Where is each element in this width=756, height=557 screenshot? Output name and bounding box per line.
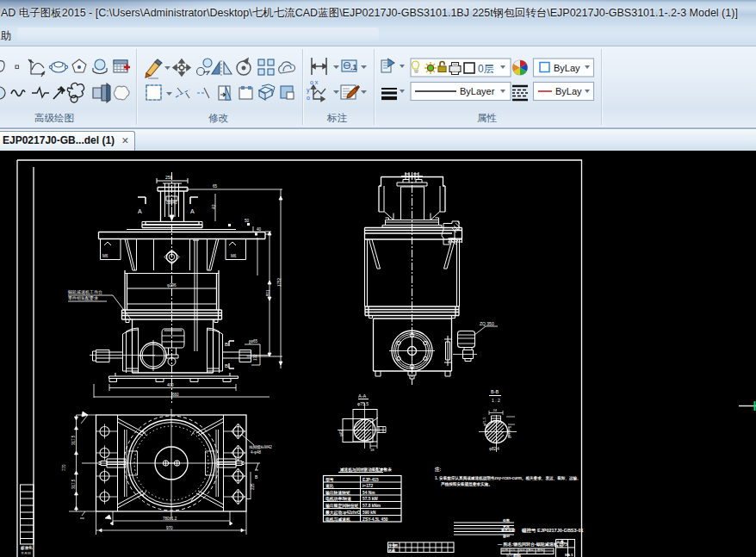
svg-text:400: 400 — [167, 383, 174, 387]
svg-text:317.5: 317.5 — [71, 479, 76, 489]
svg-text:最大起动:φ42zhrO: 最大起动:φ42zhrO — [325, 510, 361, 516]
svg-text:50: 50 — [245, 219, 250, 223]
svg-text:1. 安装前应认真阅读减速机说明书zsy-rcxn-curm: 1. 安装前应认真阅读减速机说明书zsy-rcxn-curm。相关要求、发运、装… — [435, 475, 578, 481]
svg-text:签名日期: 签名日期 — [500, 528, 515, 533]
svg-text:.1: .1 — [350, 63, 357, 71]
svg-text:M6: M6 — [231, 254, 237, 258]
svg-text:ByLay: ByLay — [554, 63, 580, 73]
svg-text:φ62: φ62 — [339, 430, 344, 436]
svg-text:A-A: A-A — [358, 393, 367, 399]
svg-text:132: 132 — [253, 354, 257, 361]
svg-text:处数: 处数 — [502, 518, 511, 523]
svg-text:B: B — [255, 474, 258, 480]
svg-text:o x: o x — [310, 79, 319, 85]
svg-text:φ296: φ296 — [167, 283, 177, 288]
svg-text:输出转速转矩: 输出转速转矩 — [325, 490, 350, 496]
svg-text:660: 660 — [172, 393, 179, 397]
svg-text:M6: M6 — [102, 254, 108, 258]
svg-text:比例: 比例 — [502, 548, 509, 552]
svg-text:57.8 kNm: 57.8 kNm — [363, 504, 381, 508]
svg-text:24: 24 — [493, 408, 498, 412]
svg-text:780±1.2: 780±1.2 — [163, 517, 177, 521]
svg-text:65: 65 — [213, 184, 218, 189]
svg-text:y: y — [307, 87, 310, 94]
svg-text:φ82.4: φ82.4 — [489, 447, 499, 451]
svg-text:o: o — [307, 95, 310, 101]
svg-text:标准化: 标准化 — [20, 545, 33, 551]
svg-text:ByLay: ByLay — [555, 86, 582, 96]
svg-text:φ65: φ65 — [251, 339, 257, 343]
svg-text:B: B — [225, 363, 228, 368]
svg-text:减速机与回转驱动装配参数表: 减速机与回转驱动装配参数表 — [340, 467, 392, 473]
svg-text:1:5: 1:5 — [557, 544, 563, 548]
svg-text:cdφ40: cdφ40 — [166, 201, 177, 205]
svg-text:型号: 型号 — [325, 477, 334, 483]
svg-text:801: 801 — [266, 289, 270, 296]
svg-text:EJP-415: EJP-415 — [363, 478, 379, 482]
svg-text:0层: 0层 — [478, 63, 494, 75]
svg-text:ByLayer: ByLayer — [460, 86, 495, 96]
svg-text:速比: 速比 — [325, 483, 334, 488]
svg-text:1:5: 1:5 — [511, 548, 515, 552]
svg-text:标记: 标记 — [502, 534, 510, 539]
svg-text:1 : 2: 1 : 2 — [492, 398, 500, 403]
svg-text:MA 5: MA 5 — [565, 553, 573, 557]
svg-text:地脚螺栓M42: 地脚螺栓M42 — [248, 444, 272, 449]
svg-text:i=172: i=172 — [363, 484, 373, 488]
svg-text:磁控号 EJP0217J0-GBS3-01: 磁控号 EJP0217J0-GBS3-01 — [521, 528, 584, 534]
svg-text:590 kN: 590 kN — [363, 511, 376, 515]
svg-text:57.5: 57.5 — [507, 429, 511, 436]
svg-text:970: 970 — [166, 526, 173, 530]
svg-text:共张: 共张 — [519, 548, 526, 552]
svg-text:A: A — [138, 208, 142, 214]
svg-text:年月日: 年月日 — [21, 551, 31, 555]
svg-text:输出额定回转扭矩: 输出额定回转扭矩 — [325, 503, 359, 509]
svg-text:B: B — [225, 342, 228, 347]
svg-text:18: 18 — [370, 448, 375, 452]
svg-text:φ71.5: φ71.5 — [482, 417, 486, 426]
svg-text:ZSY-4.5L 450: ZSY-4.5L 450 — [363, 517, 388, 522]
svg-text:电机功率/转速: 电机功率/转速 — [325, 496, 351, 502]
svg-text:注:: 注: — [434, 467, 442, 472]
svg-text:770: 770 — [62, 464, 66, 471]
svg-text:ZQ 350: ZQ 350 — [480, 321, 494, 326]
svg-text:4500: 4500 — [513, 554, 522, 557]
svg-text:40: 40 — [257, 227, 262, 232]
svg-text:1752: 1752 — [277, 277, 282, 287]
svg-text:A: A — [190, 208, 195, 214]
svg-text:电机与减速机: 电机与减速机 — [325, 517, 350, 523]
svg-text:4-φ48: 4-φ48 — [251, 450, 261, 455]
svg-text:258: 258 — [165, 175, 173, 180]
svg-text:第张: 第张 — [528, 548, 535, 552]
svg-text:φ75.5: φ75.5 — [357, 401, 369, 406]
svg-text:B-B: B-B — [491, 389, 499, 394]
svg-text:57.5 kW: 57.5 kW — [363, 497, 378, 501]
svg-text:蜗轮减速机工作台: 蜗轮减速机工作台 — [68, 289, 102, 295]
svg-text:零件组装配要求: 零件组装配要求 — [68, 295, 98, 301]
svg-text:317.5: 317.5 — [71, 435, 76, 445]
svg-text:54 Nm: 54 Nm — [363, 491, 375, 495]
svg-text:图: 图 — [394, 543, 398, 548]
svg-text:225: 225 — [251, 483, 255, 490]
svg-text:严格按照安装规范要求实施。: 严格按照安装规范要求实施。 — [440, 481, 493, 487]
svg-text:图号: 图号 — [537, 548, 544, 552]
